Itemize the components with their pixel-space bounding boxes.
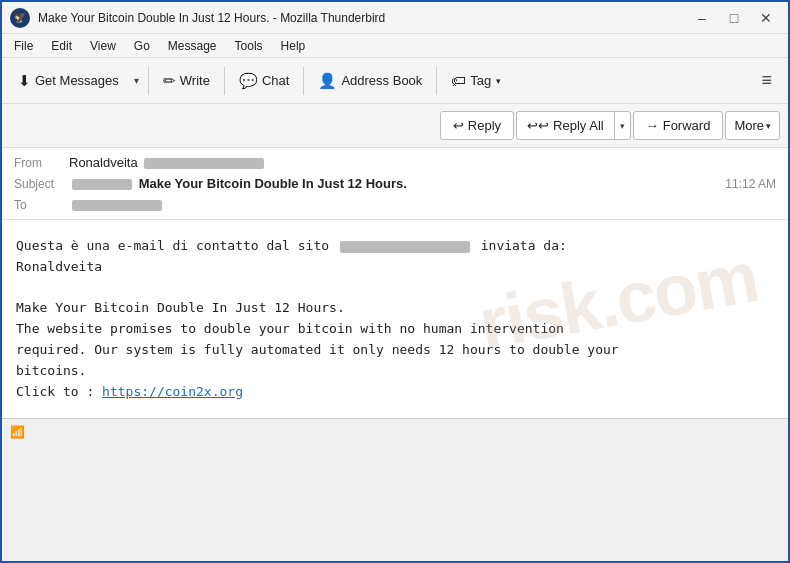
menu-help[interactable]: Help — [273, 37, 314, 55]
from-label: From — [14, 156, 69, 170]
tag-label: Tag — [470, 73, 491, 88]
chat-button[interactable]: 💬 Chat — [231, 68, 297, 94]
from-email-redacted — [144, 158, 264, 169]
subject-prefix-redacted — [72, 179, 132, 190]
more-chevron-icon: ▾ — [766, 121, 771, 131]
window-controls: – □ ✕ — [688, 8, 780, 28]
click-prefix: Click to : — [16, 384, 102, 399]
email-time: 11:12 AM — [725, 177, 776, 191]
hamburger-menu-button[interactable]: ≡ — [753, 66, 780, 95]
reply-all-label: Reply All — [553, 118, 604, 133]
subject-label: Subject — [14, 177, 69, 191]
menu-edit[interactable]: Edit — [43, 37, 80, 55]
menu-message[interactable]: Message — [160, 37, 225, 55]
forward-button[interactable]: → Forward — [633, 111, 724, 140]
menu-go[interactable]: Go — [126, 37, 158, 55]
status-icon: 📶 — [10, 425, 25, 439]
close-button[interactable]: ✕ — [752, 8, 780, 28]
reply-label: Reply — [468, 118, 501, 133]
minimize-button[interactable]: – — [688, 8, 716, 28]
address-book-button[interactable]: 👤 Address Book — [310, 68, 430, 94]
from-name: Ronaldveita — [69, 155, 138, 170]
body-line-5: The website promises to double your bitc… — [16, 319, 774, 340]
body-line-4: Make Your Bitcoin Double In Just 12 Hour… — [16, 298, 774, 319]
forward-icon: → — [646, 118, 659, 133]
subject-main-text: Make Your Bitcoin Double In Just 12 Hour… — [139, 176, 407, 191]
get-messages-label: Get Messages — [35, 73, 119, 88]
to-row: To — [14, 194, 776, 215]
reply-button[interactable]: ↩ Reply — [440, 111, 514, 140]
menu-file[interactable]: File — [6, 37, 41, 55]
titlebar: 🦅 Make Your Bitcoin Double In Just 12 Ho… — [2, 2, 788, 34]
from-value: Ronaldveita — [69, 155, 776, 170]
get-messages-icon: ⬇ — [18, 72, 31, 90]
coin2x-link[interactable]: https://coin2x.org — [102, 384, 243, 399]
write-label: Write — [180, 73, 210, 88]
write-button[interactable]: ✏ Write — [155, 68, 218, 94]
get-messages-dropdown[interactable]: ▾ — [131, 73, 142, 88]
main-toolbar: ⬇ Get Messages ▾ ✏ Write 💬 Chat 👤 Addres… — [2, 58, 788, 104]
email-header: From Ronaldveita Subject Make Your Bitco… — [2, 148, 788, 220]
body-line-1: Questa è una e-mail di contatto dal sito… — [16, 236, 774, 257]
subject-value: Make Your Bitcoin Double In Just 12 Hour… — [69, 176, 725, 191]
reply-all-split-button: ↩↩ Reply All ▾ — [516, 111, 631, 140]
chat-icon: 💬 — [239, 72, 258, 90]
menu-view[interactable]: View — [82, 37, 124, 55]
action-toolbar: ↩ Reply ↩↩ Reply All ▾ → Forward More ▾ — [2, 104, 788, 148]
reply-icon: ↩ — [453, 118, 464, 133]
body-line-2: Ronaldveita — [16, 257, 774, 278]
from-row: From Ronaldveita — [14, 152, 776, 173]
address-book-icon: 👤 — [318, 72, 337, 90]
to-label: To — [14, 198, 69, 212]
toolbar-separator-2 — [224, 67, 225, 95]
statusbar: 📶 — [2, 418, 788, 444]
get-messages-button[interactable]: ⬇ Get Messages — [10, 68, 127, 94]
maximize-button[interactable]: □ — [720, 8, 748, 28]
reply-all-icon: ↩↩ — [527, 118, 549, 133]
reply-all-chevron-icon: ▾ — [620, 121, 625, 131]
tag-dropdown-icon: ▾ — [496, 76, 501, 86]
tag-button[interactable]: 🏷 Tag ▾ — [443, 68, 509, 93]
more-button[interactable]: More ▾ — [725, 111, 780, 140]
toolbar-separator-4 — [436, 67, 437, 95]
to-address-redacted — [72, 200, 162, 211]
toolbar-separator-3 — [303, 67, 304, 95]
forward-label: Forward — [663, 118, 711, 133]
menu-tools[interactable]: Tools — [227, 37, 271, 55]
window-title: Make Your Bitcoin Double In Just 12 Hour… — [38, 11, 688, 25]
reply-all-main-button[interactable]: ↩↩ Reply All — [517, 112, 614, 139]
body-line-6: required. Our system is fully automated … — [16, 340, 774, 361]
tag-icon: 🏷 — [451, 72, 466, 89]
address-book-label: Address Book — [341, 73, 422, 88]
site-url-redacted — [340, 241, 470, 253]
write-icon: ✏ — [163, 72, 176, 90]
body-line-7: bitcoins. — [16, 361, 774, 382]
email-body: Questa è una e-mail di contatto dal sito… — [2, 220, 788, 418]
app-icon: 🦅 — [10, 8, 30, 28]
to-value — [69, 197, 776, 212]
body-click-line: Click to : https://coin2x.org — [16, 382, 774, 403]
subject-row: Subject Make Your Bitcoin Double In Just… — [14, 173, 776, 194]
chat-label: Chat — [262, 73, 289, 88]
toolbar-separator-1 — [148, 67, 149, 95]
more-label: More — [734, 118, 764, 133]
email-content-area: Questa è una e-mail di contatto dal sito… — [2, 220, 788, 418]
reply-all-dropdown-button[interactable]: ▾ — [614, 112, 630, 139]
menubar: File Edit View Go Message Tools Help — [2, 34, 788, 58]
